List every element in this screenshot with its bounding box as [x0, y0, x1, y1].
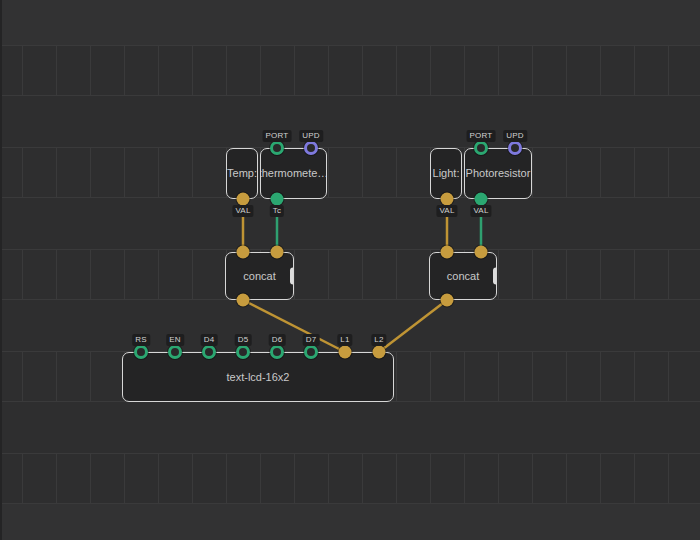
pin-label-l2: L2: [371, 334, 386, 346]
patch-canvas[interactable]: Temp: thermomete… Light: Photoresistor c…: [0, 0, 700, 540]
pin-lcd-d4-input[interactable]: [202, 345, 216, 359]
pin-lcd-d6-input[interactable]: [270, 345, 284, 359]
pin-label-val: VAL: [470, 205, 491, 217]
pin-thermometer-upd-input[interactable]: [304, 141, 318, 155]
pin-lcd-d5-input[interactable]: [236, 345, 250, 359]
pin-thermometer-port-input[interactable]: [270, 141, 284, 155]
pin-lcd-l2-input[interactable]: [373, 346, 386, 359]
pin-label-upd: UPD: [503, 130, 527, 142]
pin-photoresistor-port-input[interactable]: [474, 141, 488, 155]
wire-layer: [0, 0, 700, 540]
pin-concat1-input-2[interactable]: [271, 246, 284, 259]
pin-label-val: VAL: [232, 205, 253, 217]
pin-photoresistor-val-output[interactable]: [475, 193, 488, 206]
pin-label-d4: D4: [201, 334, 218, 346]
pin-label-en: EN: [166, 334, 184, 346]
pin-label-port: PORT: [263, 130, 292, 142]
pin-label-tc: Tc: [270, 205, 284, 217]
wire-concat1-to-lcd-l1[interactable]: [243, 300, 345, 352]
pin-photoresistor-upd-input[interactable]: [508, 141, 522, 155]
pin-concat2-output[interactable]: [441, 294, 454, 307]
pin-lcd-d7-input[interactable]: [304, 345, 318, 359]
pin-label-d6: D6: [269, 334, 286, 346]
pin-label-d7: D7: [303, 334, 320, 346]
wire-concat2-to-lcd-l2[interactable]: [379, 300, 447, 352]
pin-lcd-en-input[interactable]: [168, 345, 182, 359]
pin-concat2-input-2[interactable]: [475, 246, 488, 259]
pin-label-upd: UPD: [299, 130, 323, 142]
pin-concat1-input-1[interactable]: [237, 246, 250, 259]
pin-lcd-rs-input[interactable]: [134, 345, 148, 359]
pin-lcd-l1-input[interactable]: [339, 346, 352, 359]
pin-label-d5: D5: [235, 334, 252, 346]
pin-label-rs: RS: [132, 334, 150, 346]
pin-thermometer-tc-output[interactable]: [271, 193, 284, 206]
pin-label-l1: L1: [337, 334, 352, 346]
pin-concat2-input-1[interactable]: [441, 246, 454, 259]
pin-temp-val-output[interactable]: [237, 193, 250, 206]
pin-label-port: PORT: [467, 130, 496, 142]
pin-label-val: VAL: [436, 205, 457, 217]
pin-light-val-output[interactable]: [441, 193, 454, 206]
pin-concat1-output[interactable]: [237, 294, 250, 307]
